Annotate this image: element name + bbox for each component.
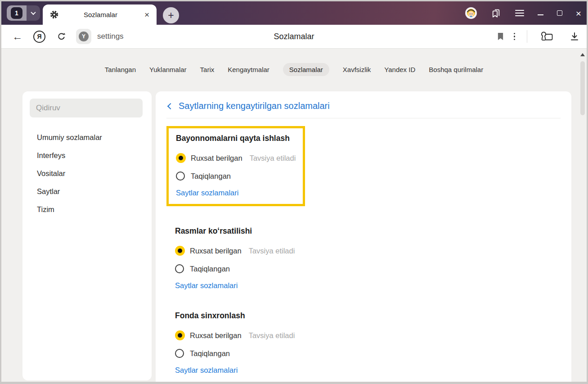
tab-counter-left[interactable]: 1 [7, 5, 27, 21]
tab-counter[interactable]: 1 [7, 5, 40, 21]
address-text[interactable]: settings [97, 32, 124, 41]
section-heading[interactable]: Saytlarning kengaytirilgan sozlamalari [179, 101, 330, 111]
sidebar-item-vositalar[interactable]: Vositalar [22, 164, 152, 182]
radio-allowed-label[interactable]: Ruxsat berilgan [191, 154, 242, 163]
sidebar-item-umumiy-sozlamalar[interactable]: Umumiy sozlamalar [22, 128, 152, 146]
gear-icon [50, 10, 58, 19]
setting-section-bayonnomalar: Bayonnomalarni qayta ishlash Ruxsat beri… [166, 126, 305, 206]
site-settings-link[interactable]: Saytlar sozlamalari [176, 189, 238, 197]
tab-list-dropdown[interactable] [27, 5, 40, 21]
nav-tab-boshqa-qurilmalar[interactable]: Boshqa qurilmalar [429, 63, 483, 76]
nav-tab-sozlamalar[interactable]: Sozlamalar [283, 63, 329, 76]
sidebar-item-interfeys[interactable]: Interfeys [22, 146, 152, 164]
setting-title: Fonda sinxronlash [175, 311, 561, 321]
tab-count-badge: 1 [11, 7, 22, 19]
site-icon: Y [79, 32, 89, 41]
settings-nav: Tanlangan Yuklanmalar Tarix Kengaytmalar… [1, 49, 587, 76]
recommended-note: Tavsiya etiladi [249, 331, 295, 340]
refresh-button[interactable] [57, 32, 66, 41]
settings-page: Tanlangan Yuklanmalar Tarix Kengaytmalar… [1, 49, 587, 384]
setting-title: Bayonnomalarni qayta ishlash [176, 134, 296, 143]
search-input[interactable] [30, 99, 143, 117]
bookmarks-panel-icon[interactable] [490, 8, 502, 19]
browser-window: 1 Sozlamalar × + [0, 0, 588, 384]
scroll-up-icon[interactable] [580, 53, 585, 56]
radio-allowed-label[interactable]: Ruxsat berilgan [190, 247, 242, 255]
nav-tab-kengaytmalar[interactable]: Kengaytmalar [228, 63, 269, 76]
setting-section-rasmlar: Rasmlar koʻrsatilishi Ruxsat berilgan Ta… [166, 226, 561, 290]
download-icon[interactable] [570, 32, 579, 41]
radio-denied[interactable] [175, 349, 184, 358]
titlebar: 1 Sozlamalar × + [1, 1, 587, 25]
setting-title: Rasmlar koʻrsatilishi [175, 226, 561, 236]
tab-title: Sozlamalar [58, 11, 143, 18]
radio-denied[interactable] [176, 172, 185, 181]
sidebar-item-saytlar[interactable]: Saytlar [22, 182, 152, 200]
close-window-button[interactable]: × [576, 9, 581, 18]
site-settings-link[interactable]: Saytlar sozlamalari [175, 281, 238, 290]
toolbar: ← Я Y settings Sozlamalar [1, 25, 587, 49]
nav-tab-yuklanmalar[interactable]: Yuklanmalar [149, 63, 187, 76]
new-tab-button[interactable]: + [163, 7, 179, 23]
site-icon-badge[interactable]: Y [76, 29, 91, 44]
back-chevron-icon[interactable] [167, 103, 174, 109]
kebab-menu-icon[interactable] [511, 33, 518, 41]
minimize-button[interactable] [538, 14, 543, 15]
nav-tab-xavfsizlik[interactable]: Xavfsizlik [343, 63, 371, 76]
nav-tab-yandex-id[interactable]: Yandex ID [384, 63, 415, 76]
radio-allowed-label[interactable]: Ruxsat berilgan [190, 331, 242, 340]
recommended-note: Tavsiya etiladi [249, 247, 295, 255]
sidebar-item-tizim[interactable]: Tizim [22, 200, 152, 218]
avatar[interactable] [465, 7, 477, 19]
recommended-note: Tavsiya etiladi [250, 154, 296, 163]
scrollbar[interactable] [579, 49, 587, 384]
nav-tab-tarix[interactable]: Tarix [200, 63, 215, 76]
radio-denied-label[interactable]: Taqiqlangan [190, 265, 230, 273]
radio-allowed-selected[interactable] [175, 246, 185, 256]
maximize-button[interactable] [557, 10, 562, 16]
radio-allowed-selected[interactable] [175, 330, 185, 340]
chevron-down-icon [31, 10, 36, 15]
nav-tab-tanlangan[interactable]: Tanlangan [105, 63, 136, 76]
radio-denied-label[interactable]: Taqiqlangan [190, 349, 230, 358]
back-button[interactable]: ← [12, 31, 22, 43]
section-heading-row[interactable]: Saytlarning kengaytirilgan sozlamalari [166, 91, 561, 118]
collections-icon[interactable] [540, 31, 553, 43]
radio-denied-label[interactable]: Taqiqlangan [191, 172, 231, 181]
settings-main-panel: Saytlarning kengaytirilgan sozlamalari B… [156, 91, 571, 384]
browser-tab-active[interactable]: Sozlamalar × [43, 5, 157, 25]
yandex-logo-icon[interactable]: Я [33, 31, 45, 43]
menu-icon[interactable] [515, 10, 524, 16]
site-settings-link[interactable]: Saytlar sozlamalari [175, 366, 238, 375]
close-tab-icon[interactable]: × [143, 10, 151, 19]
settings-sidebar: Umumiy sozlamalar Interfeys Vositalar Sa… [22, 91, 152, 380]
radio-allowed-selected[interactable] [176, 153, 186, 163]
scrollbar-thumb[interactable] [580, 61, 585, 115]
setting-section-fonda-sinxronlash: Fonda sinxronlash Ruxsat berilgan Tavsiy… [166, 311, 561, 375]
radio-denied[interactable] [175, 264, 184, 273]
bookmark-icon[interactable] [497, 32, 504, 41]
toolbar-separator [527, 30, 527, 43]
